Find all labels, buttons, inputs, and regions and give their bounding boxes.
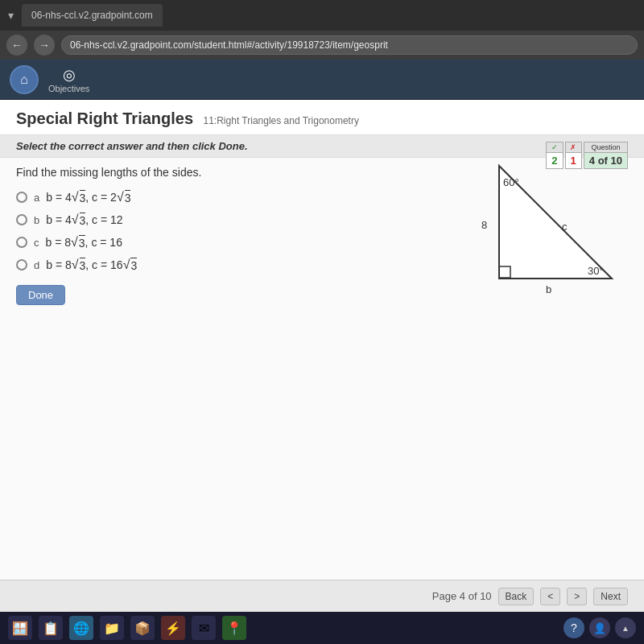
taskbar-folder-icon[interactable]: 📁 <box>100 616 124 640</box>
taskbar-maps-icon[interactable]: 📍 <box>222 616 246 640</box>
svg-text:30°: 30° <box>588 265 604 277</box>
choice-c-label: c <box>34 237 39 249</box>
home-icon: ⌂ <box>20 72 28 87</box>
taskbar-files-icon[interactable]: 📋 <box>39 616 63 640</box>
choice-a-text: b = 4√3, c = 2√3 <box>46 190 130 204</box>
chevron-down-icon[interactable]: ▾ <box>8 9 14 22</box>
objectives-label: Objectives <box>48 84 89 93</box>
choice-b-label: b <box>34 214 39 226</box>
question-header: Question <box>584 142 627 153</box>
prev-page-button[interactable]: < <box>540 588 560 605</box>
choice-d-text: b = 8√3, c = 16√3 <box>46 258 137 272</box>
page-title: Special Right Triangles <box>16 109 193 127</box>
next-text-button[interactable]: Next <box>593 588 628 605</box>
browser-chrome: ▾ 06-nhs-ccl.v2.gradpoint.com <box>0 0 644 31</box>
choice-c-text: b = 8√3, c = 16 <box>46 235 122 250</box>
taskbar-mail-icon[interactable]: ✉ <box>192 616 216 640</box>
question-content: Find the missing lengths of the sides. a… <box>0 158 644 313</box>
taskbar-user-icon[interactable]: 👤 <box>589 617 610 638</box>
radio-d[interactable] <box>16 259 27 270</box>
home-button[interactable]: ⌂ <box>10 65 39 94</box>
radio-b[interactable] <box>16 214 27 225</box>
radio-a[interactable] <box>16 192 27 203</box>
taskbar-up-icon[interactable]: ▲ <box>615 617 636 638</box>
choice-b-text: b = 4√3, c = 12 <box>46 213 122 227</box>
done-button[interactable]: Done <box>16 285 65 305</box>
app-header: ⌂ ◎ Objectives <box>0 60 644 100</box>
triangle-diagram: 60° 30° 8 c b <box>451 158 628 303</box>
choice-d-label: d <box>34 259 39 271</box>
svg-text:60°: 60° <box>503 176 519 188</box>
address-bar[interactable]: 06-nhs-ccl.v2.gradpoint.com/student.html… <box>61 35 638 55</box>
svg-text:c: c <box>562 221 568 233</box>
taskbar: 🪟 📋 🌐 📁 📦 ⚡ ✉ 📍 ? 👤 ▲ <box>0 612 644 644</box>
back-button[interactable]: ← <box>6 35 27 56</box>
bottom-nav: Page 4 of 10 Back < > Next <box>0 580 644 612</box>
radio-c[interactable] <box>16 237 27 248</box>
taskbar-browser-icon[interactable]: 🌐 <box>69 616 93 640</box>
page-indicator: Page 4 of 10 <box>432 590 492 602</box>
choice-a-label: a <box>34 192 39 204</box>
address-bar-row: ← → 06-nhs-ccl.v2.gradpoint.com/student.… <box>0 31 644 60</box>
question-area: Select the correct answer and then click… <box>0 135 644 580</box>
instruction-bold: Done. <box>218 140 247 152</box>
browser-tab[interactable]: 06-nhs-ccl.v2.gradpoint.com <box>22 4 163 27</box>
main-content: Special Right Triangles 11:Right Triangl… <box>0 100 644 612</box>
svg-text:b: b <box>546 283 551 295</box>
instruction-prefix: Select the correct answer and then click <box>16 140 218 152</box>
taskbar-start-icon[interactable]: 🪟 <box>8 616 32 640</box>
cross-header: ✗ <box>566 142 581 153</box>
taskbar-right: ? 👤 ▲ <box>564 617 636 638</box>
forward-button[interactable]: → <box>34 35 55 56</box>
taskbar-dropbox-icon[interactable]: 📦 <box>130 616 155 640</box>
triangle-svg: 60° 30° 8 c b <box>451 158 628 299</box>
svg-text:8: 8 <box>481 219 487 231</box>
tab-label: 06-nhs-ccl.v2.gradpoint.com <box>31 10 153 21</box>
back-nav-button[interactable]: Back <box>498 588 535 605</box>
page-subtitle: 11:Right Triangles and Trigonometry <box>204 115 359 126</box>
taskbar-power-icon[interactable]: ⚡ <box>161 616 185 640</box>
checkmark-header: ✓ <box>547 142 562 153</box>
taskbar-help-icon[interactable]: ? <box>564 617 584 638</box>
next-page-button[interactable]: > <box>567 588 587 605</box>
url-text: 06-nhs-ccl.v2.gradpoint.com/student.html… <box>70 39 388 51</box>
page-title-bar: Special Right Triangles 11:Right Triangl… <box>0 100 644 135</box>
objectives-icon: ◎ <box>63 66 76 84</box>
objectives-button[interactable]: ◎ Objectives <box>48 66 89 93</box>
